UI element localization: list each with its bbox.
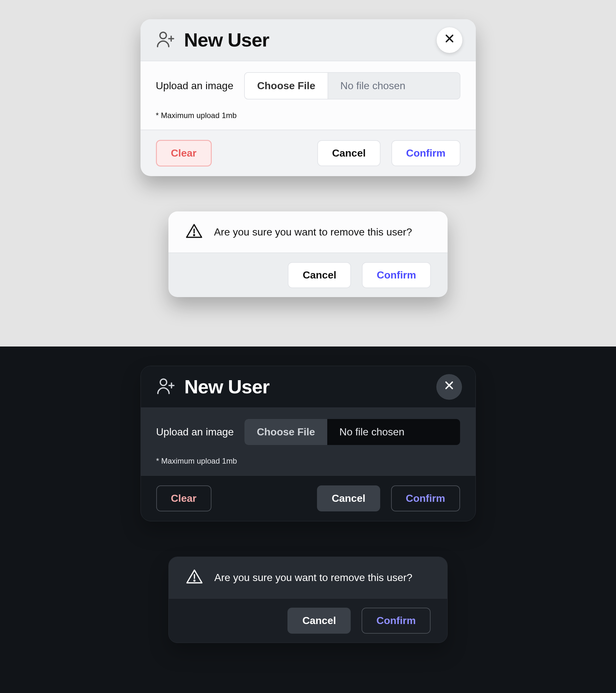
modal-header: New User [141,366,475,408]
alert-cancel-button[interactable]: Cancel [288,262,351,288]
clear-button[interactable]: Clear [156,140,212,166]
alert-footer: Cancel Confirm [169,599,447,642]
modal-footer: Clear Cancel Confirm [141,130,476,176]
upload-row: Upload an image Choose File No file chos… [156,72,460,99]
upload-note: * Maximum upload 1mb [156,457,460,466]
file-status: No file chosen [327,419,460,445]
alert-confirm-button[interactable]: Confirm [362,608,431,634]
file-picker: Choose File No file chosen [244,72,460,99]
file-picker: Choose File No file chosen [244,419,460,445]
choose-file-button[interactable]: Choose File [244,419,327,445]
alert-header: Are you sure you want to remove this use… [169,557,447,599]
remove-user-alert: Are you sure you want to remove this use… [168,212,448,297]
upload-label: Upload an image [156,426,234,438]
alert-message: Are you sure you want to remove this use… [214,226,412,238]
warning-icon [185,568,203,587]
choose-file-button[interactable]: Choose File [245,73,328,99]
user-plus-icon [156,377,176,397]
modal-body: Upload an image Choose File No file chos… [141,61,476,130]
upload-row: Upload an image Choose File No file chos… [156,419,460,445]
remove-user-alert: Are you sure you want to remove this use… [168,557,448,643]
close-button[interactable] [436,374,462,400]
alert-header: Are you sure you want to remove this use… [168,212,448,253]
light-theme-panel: New User Upload an image Choose File No … [0,0,616,346]
alert-message: Are you sure you want to remove this use… [214,572,412,583]
cancel-button[interactable]: Cancel [317,140,380,166]
close-icon [444,380,455,394]
svg-point-6 [194,235,195,236]
file-status: No file chosen [328,73,460,99]
dark-theme-panel: New User Upload an image Choose File No … [0,346,616,693]
clear-button[interactable]: Clear [156,486,212,511]
confirm-button[interactable]: Confirm [392,140,460,166]
modal-title: New User [184,29,269,51]
modal-title: New User [184,376,270,398]
warning-icon [185,222,203,242]
alert-cancel-button[interactable]: Cancel [287,608,351,634]
confirm-button[interactable]: Confirm [391,486,460,511]
close-button[interactable] [437,27,462,53]
modal-header: New User [141,19,476,61]
upload-label: Upload an image [156,80,234,92]
alert-footer: Cancel Confirm [168,253,448,297]
new-user-modal: New User Upload an image Choose File No … [141,19,476,176]
new-user-modal: New User Upload an image Choose File No … [141,366,476,521]
modal-footer: Clear Cancel Confirm [141,476,475,521]
svg-point-7 [160,379,166,385]
modal-body: Upload an image Choose File No file chos… [141,408,475,476]
close-icon [444,33,455,47]
svg-point-0 [160,32,166,39]
user-plus-icon [156,30,175,51]
alert-confirm-button[interactable]: Confirm [362,262,431,288]
upload-note: * Maximum upload 1mb [156,111,460,120]
cancel-button[interactable]: Cancel [317,486,380,511]
svg-point-13 [194,580,195,581]
